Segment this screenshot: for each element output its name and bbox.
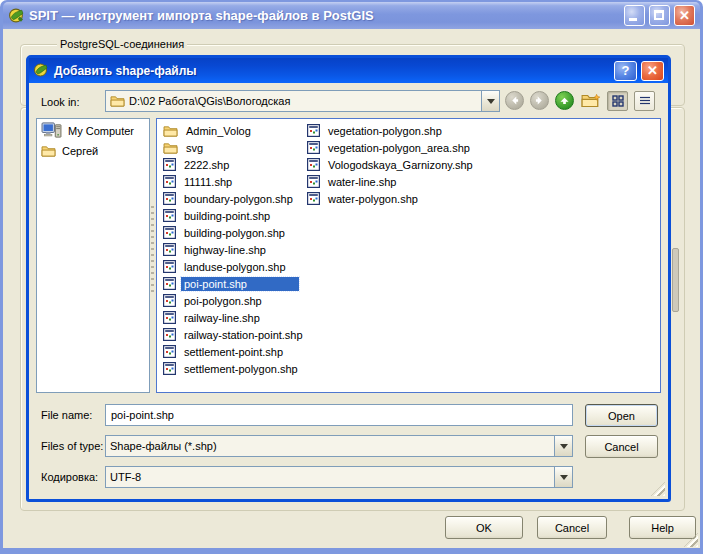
file-name-label: File name: xyxy=(41,404,92,426)
connections-group-label: PostgreSQL-соединения xyxy=(57,38,187,50)
shapefile-icon xyxy=(163,311,176,324)
cancel-button[interactable]: Cancel xyxy=(537,516,607,539)
file-item[interactable]: water-line.shp xyxy=(307,173,476,190)
file-name: railway-station-point.shp xyxy=(181,328,306,342)
file-item[interactable]: building-point.shp xyxy=(163,207,306,224)
computer-icon xyxy=(41,122,62,139)
file-item[interactable]: building-polygon.shp xyxy=(163,224,306,241)
look-in-label: Look in: xyxy=(41,91,80,113)
window-title: SPIT — инструмент импорта shape-файлов в… xyxy=(29,8,620,23)
shapefile-icon xyxy=(163,328,176,341)
add-shapefiles-dialog: Добавить shape-файлы ? ✕ Look in: D:\02 … xyxy=(26,55,671,502)
maximize-icon xyxy=(654,10,664,20)
file-item[interactable]: boundary-polygon.shp xyxy=(163,190,306,207)
file-item[interactable]: railway-line.shp xyxy=(163,309,306,326)
minimize-button[interactable] xyxy=(624,5,645,26)
file-name-input[interactable]: poi-point.shp xyxy=(105,404,573,426)
file-name: settlement-point.shp xyxy=(181,345,286,359)
file-item[interactable]: 2222.shp xyxy=(163,156,306,173)
file-name: vegetation-polygon_area.shp xyxy=(325,141,473,155)
dialog-help-button[interactable]: ? xyxy=(614,61,637,81)
file-item[interactable]: vegetation-polygon_area.shp xyxy=(307,139,476,156)
list-view-icon xyxy=(638,94,652,108)
shapefile-icon xyxy=(163,362,176,375)
folder-item[interactable]: Admin_Volog xyxy=(163,122,306,139)
open-button[interactable]: Open xyxy=(585,404,658,427)
encoding-value: UTF-8 xyxy=(110,467,554,487)
file-type-dropdown-arrow[interactable] xyxy=(554,436,572,456)
file-name: building-point.shp xyxy=(181,209,273,223)
shapefile-icon xyxy=(307,192,320,205)
icon-view-button[interactable] xyxy=(607,91,628,111)
up-button[interactable] xyxy=(555,91,574,110)
sidebar-item-my-computer[interactable]: My Computer xyxy=(37,119,149,142)
look-in-combo[interactable]: D:\02 Работа\QGis\Вологодская xyxy=(105,90,500,112)
splitter-handle[interactable] xyxy=(151,206,154,296)
dialog-cancel-button[interactable]: Cancel xyxy=(585,435,658,458)
new-folder-button[interactable] xyxy=(579,91,602,111)
shapefile-icon xyxy=(163,294,176,307)
file-name: poi-point.shp xyxy=(181,277,299,291)
shapefile-icon xyxy=(163,158,176,171)
file-name: water-polygon.shp xyxy=(325,192,421,206)
folder-icon xyxy=(41,145,56,157)
folder-icon xyxy=(110,95,125,107)
look-in-dropdown-arrow[interactable] xyxy=(481,91,499,111)
encoding-label: Кодировка: xyxy=(41,466,98,488)
sidebar-item-label: Сергей xyxy=(62,145,98,157)
file-name: highway-line.shp xyxy=(181,243,269,257)
shapefile-icon xyxy=(163,243,176,256)
shapefile-icon xyxy=(163,192,176,205)
sidebar-item-сергей[interactable]: Сергей xyxy=(37,142,149,160)
forward-button[interactable] xyxy=(530,91,549,110)
close-icon: ✕ xyxy=(675,6,694,25)
file-item[interactable]: poi-polygon.shp xyxy=(163,292,306,309)
file-name: settlement-polygon.shp xyxy=(181,362,301,376)
dialog-titlebar: Добавить shape-файлы ? ✕ xyxy=(29,58,668,83)
folder-icon xyxy=(163,125,178,137)
list-view-button[interactable] xyxy=(634,91,655,111)
maximize-button[interactable] xyxy=(649,5,670,26)
dialog-resize-grip[interactable] xyxy=(651,482,665,496)
file-item[interactable]: vegetation-polygon.shp xyxy=(307,122,476,139)
ok-button[interactable]: OK xyxy=(445,516,523,539)
file-item[interactable]: settlement-point.shp xyxy=(163,343,306,360)
file-name: 11111.shp xyxy=(181,175,235,189)
file-name: svg xyxy=(183,141,206,155)
help-button[interactable]: Help xyxy=(629,516,696,539)
file-item[interactable]: poi-point.shp xyxy=(163,275,306,292)
spit-titlebar: SPIT — инструмент импорта shape-файлов в… xyxy=(3,2,700,29)
file-type-combo[interactable]: Shape-файлы (*.shp) xyxy=(105,435,573,457)
close-button[interactable]: ✕ xyxy=(674,5,695,26)
file-item[interactable]: Vologodskaya_Garnizony.shp xyxy=(307,156,476,173)
shapefile-icon xyxy=(307,141,320,154)
background-scrollbar xyxy=(672,248,679,312)
places-sidebar: My ComputerСергей xyxy=(36,118,150,393)
folder-item[interactable]: svg xyxy=(163,139,306,156)
shapefile-icon xyxy=(307,175,320,188)
grid-view-icon xyxy=(611,94,625,108)
shapefile-icon xyxy=(163,209,176,222)
spit-window: SPIT — инструмент импорта shape-файлов в… xyxy=(0,0,703,554)
file-item[interactable]: water-polygon.shp xyxy=(307,190,476,207)
encoding-dropdown-arrow[interactable] xyxy=(554,467,572,487)
chevron-down-icon xyxy=(487,99,495,104)
file-name: 2222.shp xyxy=(181,158,232,172)
file-list: Admin_Vologsvg2222.shp11111.shpboundary-… xyxy=(156,118,661,393)
file-item[interactable]: highway-line.shp xyxy=(163,241,306,258)
encoding-combo[interactable]: UTF-8 xyxy=(105,466,573,488)
shapefile-icon xyxy=(163,277,176,290)
file-item[interactable]: settlement-polygon.shp xyxy=(163,360,306,377)
sidebar-item-label: My Computer xyxy=(68,125,134,137)
file-item[interactable]: landuse-polygon.shp xyxy=(163,258,306,275)
file-item[interactable]: railway-station-point.shp xyxy=(163,326,306,343)
chevron-down-icon xyxy=(560,444,568,449)
shapefile-icon xyxy=(163,345,176,358)
file-name: poi-polygon.shp xyxy=(181,294,265,308)
file-item[interactable]: 11111.shp xyxy=(163,173,306,190)
dialog-close-button[interactable]: ✕ xyxy=(641,61,664,81)
file-name: Vologodskaya_Garnizony.shp xyxy=(325,158,476,172)
back-button[interactable] xyxy=(505,91,524,110)
file-name: boundary-polygon.shp xyxy=(181,192,296,206)
minimize-icon xyxy=(629,18,637,21)
